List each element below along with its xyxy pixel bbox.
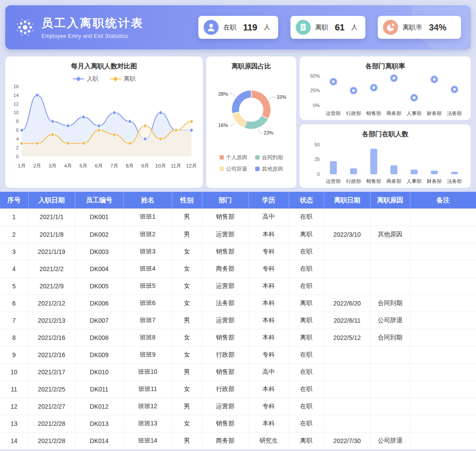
- table-cell[interactable]: [370, 243, 410, 260]
- table-cell[interactable]: 离职: [289, 329, 324, 346]
- table-cell[interactable]: 女: [172, 260, 202, 277]
- table-cell[interactable]: [324, 380, 370, 398]
- table-cell[interactable]: [324, 209, 370, 226]
- table-cell[interactable]: 5: [0, 277, 28, 294]
- table-cell[interactable]: [410, 243, 476, 260]
- table-cell[interactable]: 2021/2/9: [28, 277, 75, 294]
- table-cell[interactable]: 班班9: [123, 346, 172, 363]
- table-cell[interactable]: 2022/3/10: [324, 226, 370, 243]
- table-cell[interactable]: 女: [172, 243, 202, 260]
- table-cell[interactable]: 男: [172, 312, 202, 329]
- table-cell[interactable]: 班班2: [123, 226, 172, 243]
- table-cell[interactable]: [324, 346, 370, 363]
- table-cell[interactable]: 2021/2/16: [28, 346, 75, 363]
- legend-item[interactable]: 离职: [110, 75, 135, 83]
- table-cell[interactable]: [410, 415, 476, 432]
- table-cell[interactable]: 销售部: [202, 209, 249, 226]
- table-cell[interactable]: 专科: [249, 398, 289, 415]
- table-cell[interactable]: 离职: [289, 226, 324, 243]
- table-cell[interactable]: 2021/2/13: [28, 312, 75, 329]
- table-cell[interactable]: 销售部: [202, 243, 249, 260]
- table-cell[interactable]: 专科: [249, 243, 289, 260]
- table-cell[interactable]: 2022/5/12: [324, 329, 370, 346]
- table-cell[interactable]: 2021/2/28: [28, 415, 75, 432]
- table-cell[interactable]: 本科: [249, 380, 289, 398]
- table-cell[interactable]: 11: [0, 380, 28, 398]
- table-cell[interactable]: 本科: [249, 226, 289, 243]
- table-cell[interactable]: 行政部: [202, 346, 249, 363]
- table-cell[interactable]: 高中: [249, 363, 289, 380]
- legend-item[interactable]: 公司辞退: [219, 165, 247, 173]
- table-cell[interactable]: 2022/7/30: [324, 432, 370, 449]
- table-cell[interactable]: 女: [172, 329, 202, 346]
- table-cell[interactable]: 班班7: [123, 312, 172, 329]
- table-cell[interactable]: 在职: [289, 209, 324, 226]
- table-cell[interactable]: 2021/2/27: [28, 398, 75, 415]
- table-cell[interactable]: [410, 260, 476, 277]
- table-cell[interactable]: [370, 346, 410, 363]
- table-cell[interactable]: [370, 209, 410, 226]
- table-cell[interactable]: 男: [172, 226, 202, 243]
- table-cell[interactable]: 2: [0, 226, 28, 243]
- table-cell[interactable]: 女: [172, 346, 202, 363]
- table-cell[interactable]: [410, 209, 476, 226]
- table-cell[interactable]: [370, 363, 410, 380]
- table-cell[interactable]: 6: [0, 294, 28, 312]
- table-cell[interactable]: 7: [0, 312, 28, 329]
- table-cell[interactable]: 8: [0, 329, 28, 346]
- table-cell[interactable]: 2021/2/2: [28, 260, 75, 277]
- table-cell[interactable]: 班班6: [123, 294, 172, 312]
- table-cell[interactable]: 2022/6/11: [324, 312, 370, 329]
- table-cell[interactable]: 班班12: [123, 398, 172, 415]
- legend-item[interactable]: 其他原因: [255, 165, 283, 173]
- table-cell[interactable]: 合同到期: [370, 294, 410, 312]
- table-cell[interactable]: 女: [172, 294, 202, 312]
- table-cell[interactable]: [370, 398, 410, 415]
- table-cell[interactable]: DK009: [75, 346, 123, 363]
- table-cell[interactable]: 公司辞退: [370, 432, 410, 449]
- table-cell[interactable]: 3: [0, 243, 28, 260]
- table-cell[interactable]: DK012: [75, 398, 123, 415]
- table-cell[interactable]: 本科: [249, 415, 289, 432]
- table-cell[interactable]: 在职: [289, 260, 324, 277]
- table-cell[interactable]: DK002: [75, 226, 123, 243]
- table-cell[interactable]: 运营部: [202, 398, 249, 415]
- table-cell[interactable]: 离职: [289, 432, 324, 449]
- table-cell[interactable]: [410, 398, 476, 415]
- table-cell[interactable]: DK007: [75, 312, 123, 329]
- table-cell[interactable]: DK005: [75, 277, 123, 294]
- table-cell[interactable]: 在职: [289, 415, 324, 432]
- table-cell[interactable]: 班班8: [123, 329, 172, 346]
- table-cell[interactable]: 班班13: [123, 415, 172, 432]
- table-cell[interactable]: 本科: [249, 312, 289, 329]
- table-cell[interactable]: 4: [0, 260, 28, 277]
- table-cell[interactable]: 销售部: [202, 415, 249, 432]
- table-cell[interactable]: 行政部: [202, 380, 249, 398]
- table-cell[interactable]: 运营部: [202, 312, 249, 329]
- table-cell[interactable]: 在职: [289, 243, 324, 260]
- table-cell[interactable]: [410, 346, 476, 363]
- table-cell[interactable]: [370, 277, 410, 294]
- table-cell[interactable]: [410, 432, 476, 449]
- table-cell[interactable]: [410, 380, 476, 398]
- table-cell[interactable]: DK013: [75, 415, 123, 432]
- table-cell[interactable]: [410, 329, 476, 346]
- table-cell[interactable]: 运营部: [202, 277, 249, 294]
- legend-item[interactable]: 个人原因: [219, 154, 247, 161]
- table-cell[interactable]: 销售部: [202, 363, 249, 380]
- table-cell[interactable]: 2021/2/17: [28, 363, 75, 380]
- table-cell[interactable]: 2022/6/20: [324, 294, 370, 312]
- table-cell[interactable]: [410, 312, 476, 329]
- table-cell[interactable]: [410, 294, 476, 312]
- table-cell[interactable]: 男: [172, 209, 202, 226]
- table-cell[interactable]: 在职: [289, 398, 324, 415]
- table-cell[interactable]: 在职: [289, 363, 324, 380]
- table-cell[interactable]: 男: [172, 432, 202, 449]
- table-cell[interactable]: 班班5: [123, 277, 172, 294]
- table-cell[interactable]: 9: [0, 346, 28, 363]
- table-cell[interactable]: 12: [0, 398, 28, 415]
- table-cell[interactable]: 专科: [249, 346, 289, 363]
- table-cell[interactable]: DK014: [75, 432, 123, 449]
- legend-item[interactable]: 入职: [73, 75, 98, 83]
- table-cell[interactable]: DK003: [75, 243, 123, 260]
